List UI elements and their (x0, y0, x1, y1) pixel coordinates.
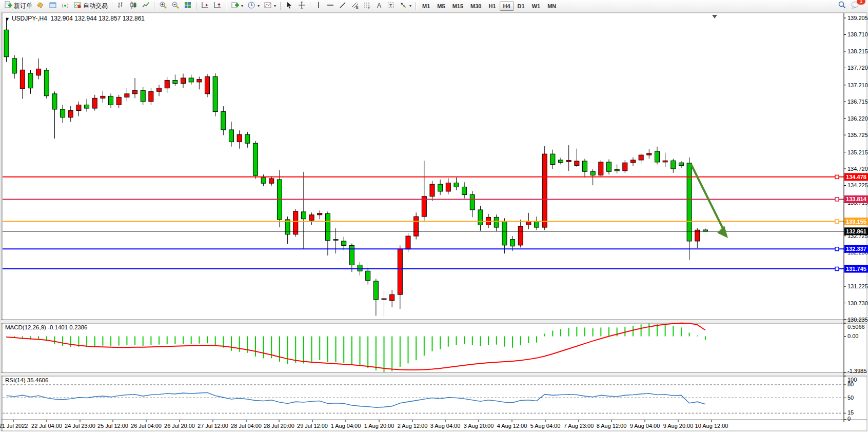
svg-text:3 Aug 04:00: 3 Aug 04:00 (430, 423, 461, 429)
text-tool[interactable]: A (373, 1, 385, 12)
svg-text:28 Jul 20:00: 28 Jul 20:00 (264, 423, 294, 429)
svg-text:132.861: 132.861 (846, 228, 866, 234)
text-label-tool[interactable]: T (385, 1, 397, 12)
new-order-icon (4, 1, 12, 11)
svg-text:80: 80 (847, 381, 854, 387)
main-toolbar: 新订单 自动交易 (0, 0, 868, 12)
svg-text:22 Jul 04:00: 22 Jul 04:00 (31, 423, 62, 429)
candlestick-type-button[interactable] (127, 1, 140, 12)
svg-text:137.210: 137.210 (847, 82, 868, 88)
svg-text:134.478: 134.478 (846, 174, 866, 180)
timeframe-m1-button[interactable]: M1 (419, 2, 433, 11)
zoom-in-icon (159, 1, 167, 11)
svg-text:139.205: 139.205 (847, 15, 868, 21)
market-watch-icon (49, 1, 57, 11)
svg-text:9 Aug 04:00: 9 Aug 04:00 (630, 423, 660, 429)
horizontal-line-tool[interactable] (324, 1, 337, 12)
bar-chart-icon (117, 1, 125, 11)
template-icon (264, 1, 272, 11)
timeframe-h4-button[interactable]: H4 (500, 2, 514, 11)
svg-text:130.235: 130.235 (847, 317, 868, 323)
svg-text:26 Jul 20:00: 26 Jul 20:00 (164, 423, 195, 429)
equidistant-channel-tool[interactable]: E (349, 1, 361, 12)
svg-text:134.720: 134.720 (847, 166, 868, 172)
signal-icon (61, 1, 69, 11)
svg-text:131.225: 131.225 (847, 283, 868, 289)
tile-windows-icon (184, 1, 192, 11)
fibonacci-tool[interactable]: F (361, 1, 373, 12)
crosshair-button[interactable] (295, 1, 308, 12)
chart-canvas[interactable]: 139.205138.710138.215137.720137.210136.7… (0, 12, 868, 433)
gold-cube-icon (36, 1, 45, 11)
toolbar-separator (196, 2, 197, 10)
svg-text:130.730: 130.730 (847, 300, 868, 306)
dropdown-caret-icon: ▾ (274, 4, 276, 8)
clock-icon (247, 1, 255, 11)
timeframe-m15-button[interactable]: M15 (449, 2, 467, 11)
svg-text:132.337: 132.337 (846, 246, 866, 252)
timeframe-m30-button[interactable]: M30 (467, 2, 485, 11)
svg-text:15: 15 (847, 409, 854, 416)
indicators-plus-icon (231, 1, 239, 11)
zoom-out-icon (171, 1, 180, 11)
auto-trading-icon (73, 1, 82, 11)
ohlc-readout: 132.904 132.944 132.857 132.861 (51, 15, 145, 22)
horizontal-line-icon (326, 1, 334, 11)
chart-window: 139.205138.710138.215137.720137.210136.7… (0, 12, 868, 433)
trading-terminal-window: 新订单 自动交易 (0, 0, 868, 433)
market-watch-button[interactable] (47, 1, 59, 12)
vertical-line-tool[interactable] (313, 1, 324, 12)
timeframe-d1-button[interactable]: D1 (514, 2, 528, 11)
indicators-button[interactable]: ▾ (229, 1, 245, 12)
svg-text:2 Aug 12:00: 2 Aug 12:00 (398, 423, 428, 429)
svg-text:A: A (377, 2, 381, 9)
chart-shift-button[interactable] (211, 1, 224, 12)
toolbar-separator (154, 2, 155, 10)
rsi-name: RSI(14) (5, 377, 26, 383)
toolbar-separator (280, 2, 281, 10)
trendline-tool[interactable] (337, 1, 349, 12)
notifications-button[interactable]: 1 (849, 1, 862, 12)
signals-button[interactable] (59, 1, 71, 12)
periods-button[interactable]: ▾ (245, 1, 262, 12)
zoom-in-button[interactable] (157, 1, 169, 12)
svg-text:10 Aug 12:00: 10 Aug 12:00 (695, 423, 728, 429)
svg-text:1 Aug 20:00: 1 Aug 20:00 (364, 423, 394, 429)
templates-button[interactable]: ▾ (262, 1, 278, 12)
auto-scroll-button[interactable] (199, 1, 211, 12)
symbol-dropdown-icon[interactable]: ▼ (5, 16, 10, 22)
macd-values: -0.1401 0.2386 (48, 324, 87, 330)
timeframe-w1-button[interactable]: W1 (528, 2, 544, 11)
svg-text:138.215: 138.215 (847, 48, 868, 54)
chart-profiles-button[interactable] (34, 1, 47, 12)
bar-chart-type-button[interactable] (115, 1, 127, 12)
auto-trading-button[interactable]: 自动交易 (71, 1, 110, 12)
tile-windows-button[interactable] (182, 1, 194, 12)
auto-trading-label: 自动交易 (83, 2, 108, 10)
svg-text:0.5066: 0.5066 (847, 324, 865, 330)
timeframe-m5-button[interactable]: M5 (433, 2, 448, 11)
svg-text:29 Jul 12:00: 29 Jul 12:00 (297, 423, 328, 429)
svg-text:137.720: 137.720 (847, 65, 868, 71)
svg-text:27 Jul 12:00: 27 Jul 12:00 (198, 423, 228, 429)
svg-text:T: T (389, 3, 392, 8)
line-chart-type-button[interactable] (140, 1, 152, 12)
svg-text:133.814: 133.814 (846, 196, 867, 202)
timeframe-h1-button[interactable]: H1 (485, 2, 499, 11)
cursor-button[interactable] (283, 1, 295, 12)
new-order-button[interactable]: 新订单 (2, 1, 34, 12)
svg-text:1 Aug 04:00: 1 Aug 04:00 (331, 423, 361, 429)
svg-text:-1.3985: -1.3985 (847, 368, 866, 374)
new-order-label: 新订单 (14, 2, 32, 10)
fibonacci-icon: F (363, 1, 371, 11)
zoom-out-button[interactable] (169, 1, 182, 12)
svg-text:138.710: 138.710 (847, 31, 868, 37)
arrows-icon (399, 1, 407, 11)
svg-text:133.155: 133.155 (846, 219, 866, 225)
svg-text:3 Aug 20:00: 3 Aug 20:00 (464, 423, 494, 429)
timeframe-mn-button[interactable]: MN (544, 2, 560, 11)
search-button[interactable] (836, 1, 849, 12)
line-chart-icon (142, 1, 150, 11)
svg-text:136.715: 136.715 (847, 99, 868, 105)
arrows-tool[interactable]: ▾ (397, 1, 413, 12)
